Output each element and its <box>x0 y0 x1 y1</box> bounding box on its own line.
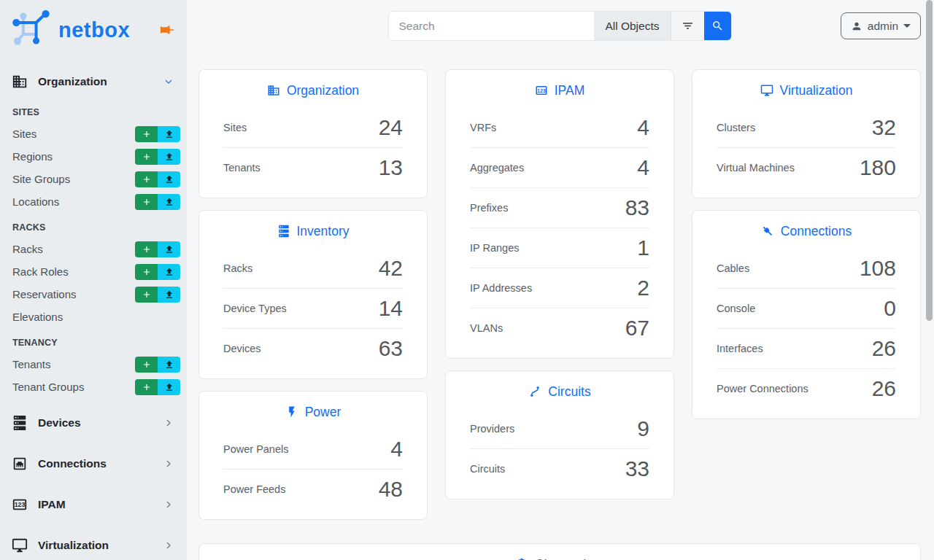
add-button[interactable] <box>135 357 158 373</box>
server-icon <box>277 225 290 238</box>
add-button[interactable] <box>135 194 158 210</box>
virtualization-card: Virtualization Clusters 32 Virtual Machi… <box>692 69 921 198</box>
import-button[interactable] <box>158 357 180 373</box>
import-button[interactable] <box>158 194 180 210</box>
sidebar-item-devices[interactable]: Devices <box>0 407 187 439</box>
stat-value-link[interactable]: 83 <box>625 195 649 220</box>
import-button[interactable] <box>158 264 180 280</box>
inventory-card-title[interactable]: Inventory <box>199 211 427 238</box>
table-row: Interfaces 26 <box>717 328 896 368</box>
stat-value-link[interactable]: 63 <box>379 336 403 361</box>
scrollbar-thumb[interactable] <box>926 0 933 321</box>
add-button[interactable] <box>135 379 158 395</box>
ipam-card-title[interactable]: IPAM <box>446 70 674 98</box>
sidebar-item-tenant-groups[interactable]: Tenant Groups <box>0 376 187 398</box>
stat-value-link[interactable]: 4 <box>637 115 649 140</box>
transit-connection-icon <box>528 385 541 398</box>
sidebar-item-connections[interactable]: Connections <box>0 448 187 480</box>
chevron-down-icon <box>162 75 175 88</box>
add-button[interactable] <box>135 171 158 187</box>
table-row: Console 0 <box>717 288 896 328</box>
stat-value-link[interactable]: 48 <box>379 477 403 502</box>
sidebar-item-racks[interactable]: Racks <box>0 238 187 260</box>
inventory-card: Inventory Racks 42 Device Types 14 Devic… <box>198 210 428 379</box>
chevron-right-icon <box>162 457 175 470</box>
table-row: VRFs 4 <box>470 108 649 147</box>
counter-icon <box>535 84 548 97</box>
sidebar: netbox Organization SITES Sites Regions … <box>0 0 187 560</box>
stat-value-link[interactable]: 32 <box>872 115 896 140</box>
stat-value-link[interactable]: 9 <box>637 416 649 441</box>
sidebar-item-reservations[interactable]: Reservations <box>0 283 187 306</box>
changelog-card-title[interactable]: Change Log <box>199 544 920 560</box>
stat-value-link[interactable]: 4 <box>390 437 403 462</box>
circuits-card: Circuits Providers 9 Circuits 33 <box>445 370 674 499</box>
netbox-wordmark[interactable]: netbox <box>58 18 130 42</box>
page-scrollbar[interactable] <box>925 0 934 560</box>
sidebar-item-tenants[interactable]: Tenants <box>0 353 187 376</box>
stat-value-link[interactable]: 4 <box>637 155 649 180</box>
add-button[interactable] <box>135 264 158 280</box>
stat-value-link[interactable]: 67 <box>625 316 649 341</box>
add-button[interactable] <box>135 149 158 165</box>
sidebar-item-virtualization[interactable]: Virtualization <box>0 529 187 560</box>
search-icon <box>711 20 724 32</box>
import-button[interactable] <box>158 379 180 395</box>
table-row: Devices 63 <box>223 328 403 368</box>
netbox-logo-icon[interactable] <box>12 10 54 50</box>
search-bar: All Objects <box>388 11 732 41</box>
section-header-racks: RACKS <box>0 213 187 238</box>
table-row: Sites 24 <box>223 108 403 147</box>
import-button[interactable] <box>158 126 180 142</box>
search-submit-button[interactable] <box>704 12 731 40</box>
import-button[interactable] <box>158 241 180 257</box>
import-button[interactable] <box>158 287 180 303</box>
table-row: Prefixes 83 <box>470 187 649 228</box>
add-button[interactable] <box>135 241 158 257</box>
sidebar-item-locations[interactable]: Locations <box>0 190 187 213</box>
user-menu-button[interactable]: admin <box>841 12 921 39</box>
stat-value-link[interactable]: 33 <box>625 456 649 481</box>
cable-icon <box>761 225 774 238</box>
stat-value-link[interactable]: 13 <box>379 155 403 180</box>
add-button[interactable] <box>135 126 158 142</box>
sidebar-item-rack-roles[interactable]: Rack Roles <box>0 260 187 283</box>
search-input[interactable] <box>389 12 595 40</box>
sidebar-item-site-groups[interactable]: Site Groups <box>0 168 187 190</box>
table-row: VLANs 67 <box>470 308 649 348</box>
pin-sidebar-icon[interactable] <box>159 22 175 38</box>
stat-value-link[interactable]: 1 <box>637 236 649 260</box>
stat-value-link[interactable]: 26 <box>872 336 896 361</box>
table-row: Tenants 13 <box>223 147 403 187</box>
monitor-icon <box>12 537 28 553</box>
search-scope-dropdown[interactable]: All Objects <box>594 12 670 40</box>
virtualization-card-title[interactable]: Virtualization <box>692 70 920 98</box>
stat-value-link[interactable]: 0 <box>884 296 896 321</box>
building-icon <box>267 84 280 97</box>
table-row: IP Ranges 1 <box>470 228 649 268</box>
organization-card-title[interactable]: Organization <box>199 70 427 98</box>
connections-card-title[interactable]: Connections <box>692 211 920 238</box>
sidebar-item-ipam[interactable]: IPAM <box>0 489 187 521</box>
filter-button[interactable] <box>671 12 704 40</box>
stat-value-link[interactable]: 26 <box>872 376 896 401</box>
stat-value-link[interactable]: 180 <box>860 155 896 180</box>
power-card-title[interactable]: Power <box>199 392 427 419</box>
add-button[interactable] <box>135 287 158 303</box>
stat-value-link[interactable]: 24 <box>379 115 403 140</box>
sidebar-item-elevations[interactable]: Elevations <box>0 306 187 328</box>
stat-value-link[interactable]: 2 <box>637 276 649 300</box>
sidebar-item-sites[interactable]: Sites <box>0 122 187 145</box>
table-row: Racks 42 <box>223 249 403 288</box>
sidebar-item-organization[interactable]: Organization <box>0 66 187 98</box>
import-button[interactable] <box>158 171 180 187</box>
dashboard-columns: Organization Sites 24 Tenants 13 Inv <box>198 69 921 532</box>
ipam-card: IPAM VRFs 4 Aggregates 4 Prefixes 83 <box>445 69 674 359</box>
stat-value-link[interactable]: 42 <box>379 256 403 281</box>
import-button[interactable] <box>158 149 180 165</box>
stat-value-link[interactable]: 14 <box>379 296 403 321</box>
circuits-card-title[interactable]: Circuits <box>446 371 674 399</box>
sidebar-item-regions[interactable]: Regions <box>0 145 187 168</box>
server-icon <box>12 415 28 431</box>
stat-value-link[interactable]: 108 <box>860 256 896 281</box>
